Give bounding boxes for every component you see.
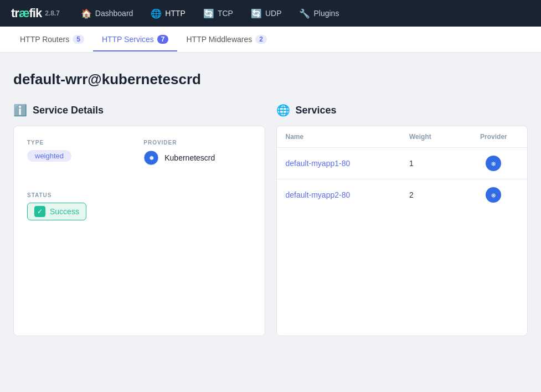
subnav-http-middlewares[interactable]: HTTP Middlewares 2 xyxy=(177,28,275,51)
provider-name: Kubernetescrd xyxy=(164,153,215,162)
main-content: default-wrr@kubernetescrd ℹ️ Service Det… xyxy=(0,53,541,354)
service-provider-1: ⎈ xyxy=(460,148,527,179)
page-title: default-wrr@kubernetescrd xyxy=(13,71,528,88)
logo-text: træfik xyxy=(11,6,42,20)
table-row: default-myapp2-80 2 ⎈ xyxy=(277,179,528,211)
subnav-http-routers-badge: 5 xyxy=(73,35,84,44)
subnav-http-routers-label: HTTP Routers xyxy=(20,35,69,44)
nav-tcp[interactable]: 🔄 TCP xyxy=(195,5,241,22)
service-details-header: ℹ️ Service Details xyxy=(13,104,265,117)
service-name-2: default-myapp2-80 xyxy=(277,179,400,211)
col-name: Name xyxy=(277,126,400,148)
provider-row: ⎈ Kubernetescrd xyxy=(143,150,251,166)
nav-http[interactable]: 🌐 HTTP xyxy=(143,5,193,22)
service-link-1[interactable]: default-myapp1-80 xyxy=(286,159,351,168)
sub-nav: HTTP Routers 5 HTTP Services 7 HTTP Midd… xyxy=(0,27,541,53)
status-value: Success xyxy=(50,207,79,216)
type-label: TYPE xyxy=(27,140,135,146)
services-table-header-row: Name Weight Provider xyxy=(277,126,528,148)
right-col: 🌐 Services Name Weight Provider xyxy=(276,104,528,336)
subnav-http-middlewares-label: HTTP Middlewares xyxy=(186,35,252,44)
info-icon: ℹ️ xyxy=(13,104,27,117)
top-nav: træfik 2.8.7 🏠 Dashboard 🌐 HTTP 🔄 TCP 🔄 … xyxy=(0,0,541,27)
services-card: Name Weight Provider default-myapp1-80 1 xyxy=(276,126,528,336)
services-header: 🌐 Services xyxy=(276,104,528,117)
plugins-icon: 🔧 xyxy=(299,8,310,19)
services-table-head: Name Weight Provider xyxy=(277,126,528,148)
subnav-http-routers[interactable]: HTTP Routers 5 xyxy=(11,28,93,51)
type-value: weighted xyxy=(27,150,71,162)
nav-http-label: HTTP xyxy=(165,9,186,18)
nav-plugins[interactable]: 🔧 Plugins xyxy=(291,5,347,22)
service-weight-2: 2 xyxy=(400,179,460,211)
services-table: Name Weight Provider default-myapp1-80 1 xyxy=(277,126,528,210)
service-name-1: default-myapp1-80 xyxy=(277,148,400,179)
col-provider: Provider xyxy=(460,126,527,148)
nav-tcp-label: TCP xyxy=(218,9,233,18)
status-section: STATUS ✓ Success xyxy=(27,192,251,220)
tcp-icon: 🔄 xyxy=(203,8,214,19)
globe-icon: 🌐 xyxy=(276,104,290,117)
nav-udp[interactable]: 🔄 UDP xyxy=(243,5,290,22)
services-title: Services xyxy=(296,105,337,116)
subnav-http-middlewares-badge: 2 xyxy=(255,35,267,44)
service-weight-1: 1 xyxy=(400,148,460,179)
col-weight: Weight xyxy=(400,126,460,148)
type-section: TYPE weighted xyxy=(27,140,135,166)
nav-plugins-label: Plugins xyxy=(313,9,339,18)
http-icon: 🌐 xyxy=(151,8,162,19)
logo-version: 2.8.7 xyxy=(45,9,60,17)
service-link-2[interactable]: default-myapp2-80 xyxy=(286,190,351,199)
svg-text:⎈: ⎈ xyxy=(150,154,154,162)
nav-udp-label: UDP xyxy=(265,9,282,18)
udp-icon: 🔄 xyxy=(251,8,262,19)
provider-section: PROVIDER ⎈ Kubernetescrd xyxy=(143,140,251,166)
service-provider-2: ⎈ xyxy=(460,179,527,211)
status-badge: ✓ Success xyxy=(27,203,86,220)
two-col-layout: ℹ️ Service Details TYPE weighted PROVIDE… xyxy=(13,104,528,336)
k8s-icon-2: ⎈ xyxy=(486,187,501,203)
services-table-body: default-myapp1-80 1 ⎈ default-myapp2-80 xyxy=(277,148,528,211)
nav-items: 🏠 Dashboard 🌐 HTTP 🔄 TCP 🔄 UDP 🔧 Plugins xyxy=(73,5,347,22)
logo: træfik 2.8.7 xyxy=(11,6,60,20)
subnav-http-services-badge: 7 xyxy=(157,35,169,44)
nav-dashboard[interactable]: 🏠 Dashboard xyxy=(73,5,141,22)
service-details-title: Service Details xyxy=(33,105,104,116)
home-icon: 🏠 xyxy=(81,8,92,19)
type-provider-grid: TYPE weighted PROVIDER ⎈ Kubernetescrd xyxy=(27,140,251,179)
table-row: default-myapp1-80 1 ⎈ xyxy=(277,148,528,179)
service-details-card: TYPE weighted PROVIDER ⎈ Kubernetescrd xyxy=(13,126,265,336)
status-check-icon: ✓ xyxy=(34,206,45,217)
status-label: STATUS xyxy=(27,192,251,198)
kubernetes-provider-icon: ⎈ xyxy=(143,150,159,166)
left-col: ℹ️ Service Details TYPE weighted PROVIDE… xyxy=(13,104,265,336)
subnav-http-services[interactable]: HTTP Services 7 xyxy=(93,28,178,51)
subnav-http-services-label: HTTP Services xyxy=(102,35,154,44)
provider-label: PROVIDER xyxy=(143,140,251,146)
nav-dashboard-label: Dashboard xyxy=(95,9,133,18)
k8s-icon-1: ⎈ xyxy=(486,156,501,171)
